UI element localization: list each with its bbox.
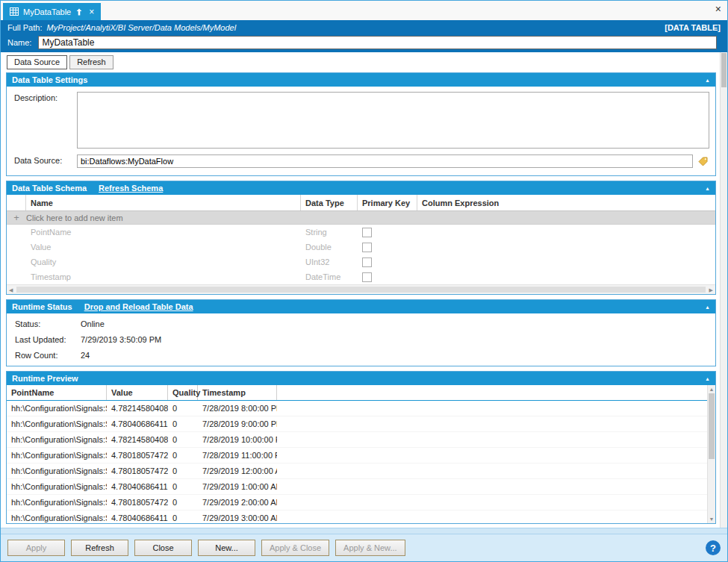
full-path-value: MyProject/AnalytiX/BI Server/Data Models… <box>46 23 236 32</box>
section-runtime-status: Runtime Status Drop and Reload Table Dat… <box>6 299 716 366</box>
description-label: Description: <box>14 92 74 102</box>
column-header-data-type[interactable]: Data Type <box>301 195 358 210</box>
outer-v-scrollbar[interactable] <box>720 52 727 528</box>
schema-cell-data-type: String <box>301 228 358 237</box>
apply-button[interactable]: Apply <box>7 540 65 556</box>
primary-key-checkbox[interactable] <box>362 228 372 237</box>
tab-refresh[interactable]: Refresh <box>69 55 113 69</box>
collapse-icon[interactable]: ▲ <box>705 305 710 310</box>
data-source-input[interactable] <box>77 154 693 168</box>
refresh-schema-link[interactable]: Refresh Schema <box>99 184 163 193</box>
column-header-column-expression[interactable]: Column Expression <box>417 195 715 210</box>
status-field-label: Last Updated: <box>15 335 81 344</box>
preview-column-pointname[interactable]: PointName <box>7 385 107 400</box>
description-input[interactable] <box>77 92 709 149</box>
preview-cell-quality: 0 <box>168 482 198 491</box>
schema-row[interactable]: Value Double <box>7 240 715 255</box>
preview-cell-quality: 0 <box>168 404 198 413</box>
schema-cell-primary-key <box>358 272 417 282</box>
item-type-badge: [DATA TABLE] <box>665 23 721 32</box>
schema-cell-name: Value <box>26 243 301 252</box>
preview-cell-timestamp: 7/29/2019 12:00:00 AM <box>198 466 277 475</box>
preview-column-value[interactable]: Value <box>107 385 168 400</box>
column-header-name[interactable]: Name <box>26 195 301 210</box>
schema-h-scrollbar[interactable]: ◀ ▶ <box>7 284 715 294</box>
scroll-down-icon[interactable]: ▼ <box>708 516 715 522</box>
apply-close-button[interactable]: Apply & Close <box>261 540 329 556</box>
tab-data-source[interactable]: Data Source <box>7 55 67 69</box>
name-input[interactable] <box>38 36 717 49</box>
primary-key-checkbox[interactable] <box>362 272 372 282</box>
preview-cell-quality: 0 <box>168 419 198 428</box>
schema-section-header: Data Table Schema Refresh Schema ▲ <box>7 181 715 195</box>
document-tab-mydatatable[interactable]: MyDataTable × <box>3 3 101 20</box>
h-scrollbar-thumb[interactable] <box>16 287 706 293</box>
preview-column-quality[interactable]: Quality <box>168 385 198 400</box>
drop-and-reload-link[interactable]: Drop and Reload Table Data <box>84 302 193 311</box>
bottom-scroll-strip <box>1 528 727 534</box>
add-new-item-row[interactable]: + Click here to add new item <box>7 211 715 225</box>
tab-close-icon[interactable]: × <box>89 7 94 16</box>
float-window-icon[interactable] <box>75 8 83 16</box>
settings-section-body: Description: Data Source: <box>7 87 715 175</box>
name-label: Name: <box>7 38 31 47</box>
data-table-editor-window: MyDataTable × × Full Path: MyProject/Ana… <box>0 0 728 562</box>
editor-tabs: Data Source Refresh <box>7 55 717 69</box>
refresh-button[interactable]: Refresh <box>71 540 128 556</box>
schema-cell-name: Quality <box>26 257 301 266</box>
collapse-icon[interactable]: ▲ <box>705 78 710 83</box>
preview-cell-timestamp: 7/29/2019 3:00:00 AM <box>198 513 277 522</box>
status-field-value: Online <box>81 319 105 328</box>
collapse-icon[interactable]: ▲ <box>705 376 710 381</box>
scroll-right-icon[interactable]: ▶ <box>709 287 713 293</box>
preview-cell-quality: 0 <box>168 513 198 522</box>
preview-row: hh:\Configuration\Signals:Sine 4.7804068… <box>7 416 707 432</box>
primary-key-checkbox[interactable] <box>362 257 372 267</box>
preview-column-timestamp[interactable]: Timestamp <box>198 385 277 400</box>
tag-icon <box>698 157 708 166</box>
help-icon[interactable]: ? <box>706 540 721 555</box>
collapse-icon[interactable]: ▲ <box>705 186 710 191</box>
scroll-up-icon[interactable]: ▲ <box>708 387 715 392</box>
settings-section-header: Data Table Settings ▲ <box>7 73 715 87</box>
schema-cell-data-type: UInt32 <box>301 257 358 266</box>
outer-scrollbar-thumb[interactable] <box>721 53 727 87</box>
runtime-status-section-title: Runtime Status <box>12 302 72 311</box>
schema-cell-primary-key <box>358 257 417 267</box>
schema-cell-name: PointName <box>26 228 301 237</box>
tag-browse-button[interactable] <box>696 154 709 168</box>
new-button[interactable]: New... <box>198 540 255 556</box>
scroll-left-icon[interactable]: ◀ <box>9 287 13 293</box>
close-icon[interactable]: × <box>715 1 727 14</box>
status-field-label: Row Count: <box>15 351 81 360</box>
column-header-primary-key[interactable]: Primary Key <box>358 195 417 210</box>
schema-cell-name: Timestamp <box>26 272 301 281</box>
status-field-row: Status: Online <box>7 316 715 331</box>
close-button[interactable]: Close <box>134 540 192 556</box>
apply-new-button[interactable]: Apply & New... <box>335 540 405 556</box>
preview-cell-value: 4.78018057472499 <box>107 466 168 475</box>
runtime-preview-body: PointName Value Quality Timestamp hh:\Co… <box>7 385 715 523</box>
preview-cell-value: 4.78018057472499 <box>107 498 168 507</box>
preview-cell-timestamp: 7/28/2019 8:00:00 PM <box>198 404 277 413</box>
preview-cell-pointname: hh:\Configuration\Signals:Sine <box>7 451 107 460</box>
schema-row[interactable]: Timestamp DateTime <box>7 269 715 284</box>
v-scrollbar-thumb[interactable] <box>709 393 715 459</box>
preview-row: hh:\Configuration\Signals:Sine 4.7804068… <box>7 511 707 523</box>
status-field-row: Row Count: 24 <box>7 347 715 363</box>
document-tabstrip: MyDataTable × × <box>1 1 727 20</box>
schema-header-row: Name Data Type Primary Key Column Expres… <box>7 195 715 211</box>
preview-cell-quality: 0 <box>168 435 198 444</box>
schema-row[interactable]: Quality UInt32 <box>7 255 715 269</box>
primary-key-checkbox[interactable] <box>362 243 372 252</box>
preview-cell-timestamp: 7/29/2019 1:00:00 AM <box>198 482 277 491</box>
name-bar: Name: <box>1 34 727 52</box>
preview-v-scrollbar[interactable]: ▲ ▼ <box>707 385 715 523</box>
preview-column-empty <box>277 385 707 400</box>
settings-section-title: Data Table Settings <box>12 75 87 84</box>
preview-cell-timestamp: 7/28/2019 9:00:00 PM <box>198 419 277 428</box>
preview-cell-value: 4.78018057472499 <box>107 451 168 460</box>
schema-row[interactable]: PointName String <box>7 225 715 240</box>
preview-cell-value: 4.78214580408407 <box>107 404 168 413</box>
schema-cell-data-type: Double <box>301 243 358 252</box>
